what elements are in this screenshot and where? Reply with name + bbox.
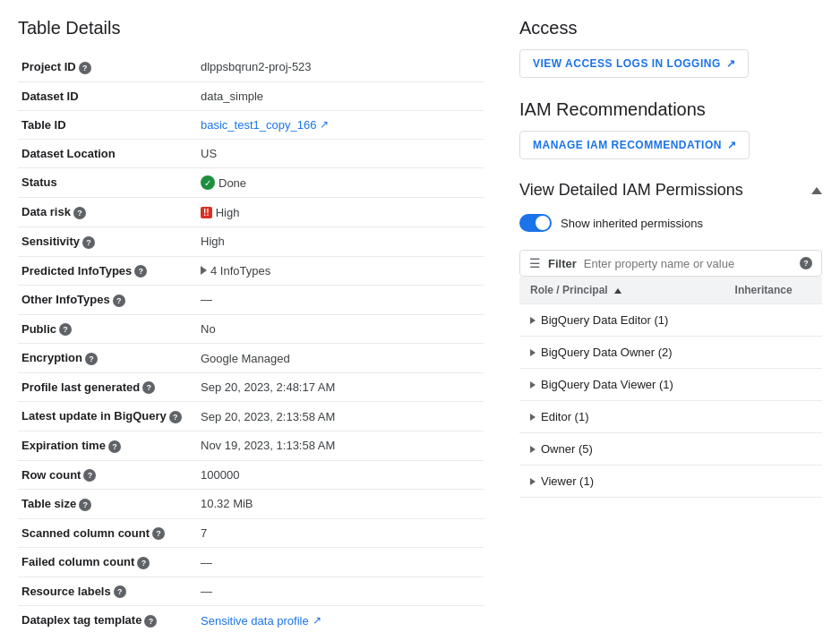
iam-role-cell: Owner (5) [519, 433, 724, 465]
row-label: Table ID [18, 110, 197, 139]
expand-role-icon[interactable] [530, 478, 536, 485]
row-value: 10.32 MiB [197, 490, 484, 519]
iam-recommendations-title: IAM Recommendations [519, 99, 822, 120]
help-icon[interactable]: ? [83, 469, 96, 482]
help-icon[interactable]: ? [152, 527, 165, 540]
row-value: Sensitive data profile↗ [197, 606, 484, 632]
iam-inheritance-cell [724, 304, 822, 337]
help-icon[interactable]: ? [108, 440, 121, 453]
infotypes-count: 4 InfoTypes [210, 264, 270, 278]
help-icon[interactable]: ? [137, 557, 150, 569]
view-access-logs-button[interactable]: VIEW ACCESS LOGS IN LOGGING ↗ [519, 49, 749, 78]
filter-help-icon[interactable]: ? [800, 257, 812, 269]
row-label: Other InfoTypes? [18, 286, 197, 315]
filter-icon: ☰ [529, 256, 541, 270]
help-icon[interactable]: ? [59, 323, 72, 336]
expand-role-icon[interactable] [530, 446, 536, 453]
role-name: BigQuery Data Owner (2) [541, 346, 673, 359]
table-row: Status✓Done [18, 167, 484, 198]
iam-recommendations-section: IAM Recommendations MANAGE IAM RECOMMEND… [519, 99, 822, 159]
expand-role-icon[interactable] [530, 349, 536, 356]
help-icon[interactable]: ? [144, 615, 157, 628]
expand-role-icon[interactable] [530, 381, 536, 389]
show-inherited-toggle[interactable] [519, 214, 552, 232]
table-row: Public?No [18, 314, 484, 344]
row-value: US [197, 139, 484, 167]
iam-table-row: BigQuery Data Owner (2) [519, 337, 822, 369]
help-icon[interactable]: ? [142, 381, 155, 394]
external-icon: ↗ [320, 118, 329, 131]
row-label: Predicted InfoTypes? [18, 256, 197, 286]
iam-permissions-title: View Detailed IAM Permissions [519, 181, 743, 200]
help-icon[interactable]: ? [113, 295, 125, 307]
role-name: Owner (5) [541, 442, 593, 456]
row-value: Nov 19, 2023, 1:13:58 AM [197, 431, 484, 461]
help-icon[interactable]: ? [82, 236, 95, 249]
help-icon[interactable]: ? [169, 411, 182, 423]
row-link[interactable]: Sensitive data profile↗ [201, 614, 321, 628]
help-icon[interactable]: ? [73, 207, 86, 219]
iam-table-header-row: Role / Principal Inheritance [519, 277, 822, 304]
sort-asc-icon[interactable] [614, 288, 621, 294]
row-value: — [197, 286, 484, 315]
help-icon[interactable]: ? [85, 353, 98, 365]
role-row: BigQuery Data Editor (1) [530, 313, 714, 327]
access-title: Access [519, 18, 822, 38]
role-row: Editor (1) [530, 410, 714, 423]
row-value: High [197, 227, 484, 257]
iam-permissions-section: View Detailed IAM Permissions Show inher… [519, 181, 822, 498]
table-row: Row count?100000 [18, 460, 484, 490]
row-value: Sep 20, 2023, 2:13:58 AM [197, 402, 484, 431]
iam-role-cell: BigQuery Data Viewer (1) [519, 369, 724, 401]
help-icon[interactable]: ? [79, 62, 91, 74]
iam-table-row: BigQuery Data Viewer (1) [519, 369, 822, 401]
row-label: Table size? [18, 490, 197, 519]
expand-role-icon[interactable] [530, 414, 536, 421]
role-row: BigQuery Data Owner (2) [530, 346, 714, 359]
help-icon[interactable]: ? [114, 585, 126, 598]
help-icon[interactable]: ? [79, 499, 91, 511]
expand-role-icon[interactable] [530, 317, 536, 324]
right-panel: Access VIEW ACCESS LOGS IN LOGGING ↗ IAM… [519, 18, 822, 632]
row-value: No [197, 314, 484, 344]
row-label: Expiration time? [18, 431, 197, 461]
filter-label: Filter [548, 257, 577, 270]
external-link-icon-2: ↗ [727, 139, 737, 151]
row-value: — [197, 576, 484, 606]
table-row: Expiration time?Nov 19, 2023, 1:13:58 AM [18, 431, 484, 461]
infotypes-row[interactable]: 4 InfoTypes [201, 264, 270, 278]
manage-iam-button[interactable]: MANAGE IAM RECOMMENDATION ↗ [519, 131, 750, 159]
table-row: Resource labels?— [18, 576, 484, 606]
role-row: BigQuery Data Viewer (1) [530, 378, 714, 391]
help-icon[interactable]: ? [134, 265, 147, 278]
row-value: !!High [197, 198, 484, 227]
row-label: Profile last generated? [18, 372, 197, 402]
table-row: Dataset IDdata_simple [18, 81, 484, 110]
status-text: Done [219, 176, 246, 190]
filter-input[interactable] [584, 257, 790, 270]
iam-role-cell: BigQuery Data Owner (2) [519, 337, 724, 369]
table-row: Failed column count?— [18, 548, 484, 577]
view-logs-label: VIEW ACCESS LOGS IN LOGGING [533, 57, 721, 70]
iam-inheritance-cell [724, 369, 822, 401]
iam-inheritance-cell [724, 337, 822, 369]
row-label: Public? [18, 314, 197, 344]
row-value: Google Managed [197, 344, 484, 373]
row-label: Scanned column count? [18, 518, 197, 548]
table-row: Latest update in BigQuery?Sep 20, 2023, … [18, 402, 484, 431]
row-value: ✓Done [197, 167, 484, 198]
details-table: Project ID?dlppsbqrun2-proj-523Dataset I… [18, 53, 484, 632]
row-link[interactable]: basic_test1_copy_166↗ [201, 118, 329, 132]
row-value: — [197, 548, 484, 577]
row-label: Resource labels? [18, 576, 197, 606]
iam-inheritance-cell [724, 401, 822, 433]
chevron-up-icon[interactable] [811, 187, 822, 194]
role-row: Viewer (1) [530, 474, 714, 488]
access-section: Access VIEW ACCESS LOGS IN LOGGING ↗ [519, 18, 822, 78]
iam-role-cell: Editor (1) [519, 401, 724, 433]
table-details-title: Table Details [18, 18, 484, 38]
table-row: Project ID?dlppsbqrun2-proj-523 [18, 53, 484, 81]
iam-table-row: Editor (1) [519, 401, 822, 433]
role-principal-header: Role / Principal [519, 277, 724, 304]
row-label: Row count? [18, 460, 197, 490]
